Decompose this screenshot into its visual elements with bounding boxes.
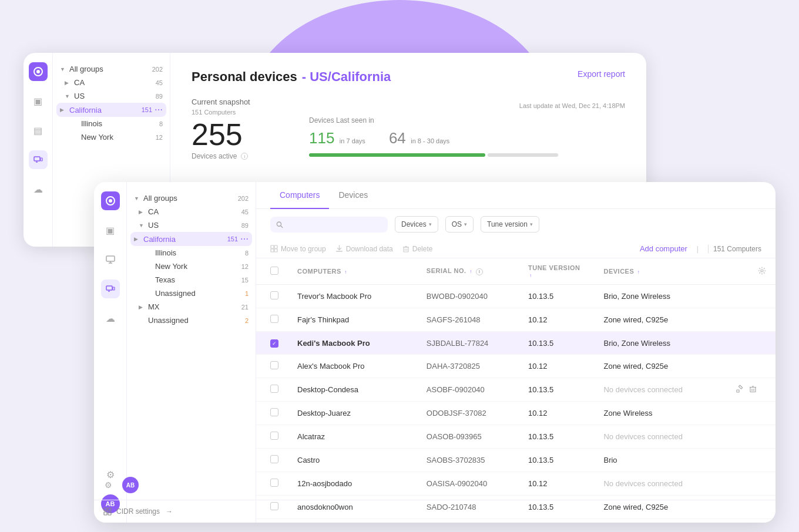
row-checkbox[interactable]: [270, 361, 278, 369]
table-row[interactable]: Desktop-JuarezODOBJSF-3708210.12Zone Wir…: [256, 402, 776, 425]
row-checkbox[interactable]: [270, 385, 278, 393]
svg-rect-2: [34, 157, 40, 161]
front-main: Computers Devices Devices ▾ OS ▾ Tune ve: [256, 182, 776, 523]
serial-number-cell: ASOBF-0902040: [417, 378, 519, 402]
table-row[interactable]: Fajr's ThinkpadSAGFS-26104810.12Zone wir…: [256, 308, 776, 332]
tab-devices[interactable]: Devices: [329, 182, 377, 209]
devices-icon-back[interactable]: [29, 150, 48, 169]
tune-version-cell: 10.13.5: [519, 285, 595, 308]
front-tree-california[interactable]: ▶ California 151 ⋯: [130, 232, 252, 246]
search-input[interactable]: [287, 220, 382, 229]
devices-icon-front[interactable]: [101, 280, 120, 298]
computer-name-cell: Desktop-Condesa: [288, 378, 417, 402]
table-row[interactable]: Trevor's Macbook ProBWOBD-090204010.13.5…: [256, 285, 776, 308]
svg-rect-30: [737, 390, 739, 392]
table-row[interactable]: ✓Kedi's Macbook ProSJBDALBL-7782410.13.5…: [256, 332, 776, 355]
tune-version-cell: 10.13.5: [519, 449, 595, 472]
table-row[interactable]: AlcatrazOASOB-09396510.13.5No devivces c…: [256, 425, 776, 449]
sort-devices-icon[interactable]: ↑: [637, 270, 640, 275]
svg-rect-21: [271, 249, 274, 252]
front-tree-texas[interactable]: ▶ Texas 15: [127, 273, 256, 287]
delete-button[interactable]: Delete: [402, 245, 433, 253]
edit-icon[interactable]: [736, 385, 744, 395]
tree-all-groups[interactable]: ▼ All groups 202: [53, 62, 170, 76]
sort-computers-icon[interactable]: ↑: [344, 270, 347, 275]
svg-point-29: [761, 270, 763, 272]
book-icon-front[interactable]: ▣: [101, 221, 120, 240]
tabs-bar: Computers Devices: [256, 182, 776, 209]
front-tree-newyork[interactable]: ▶ New York 12: [127, 260, 256, 273]
row-actions-cell: [727, 449, 776, 472]
front-tree-unassigned2[interactable]: ▶ Unassigned 2: [127, 314, 256, 327]
tree-us[interactable]: ▼ US 89: [53, 89, 170, 103]
front-sidebar-icons: ▣ ☁ ⚙ AB: [94, 182, 127, 523]
col-header-devices: DEVICES ↑: [594, 258, 727, 285]
tune-version-filter-button[interactable]: Tune version ▾: [481, 216, 539, 233]
os-filter-button[interactable]: OS ▾: [445, 216, 474, 233]
row-checkbox[interactable]: [270, 291, 278, 299]
cloud-icon[interactable]: ☁: [29, 180, 48, 198]
col-header-tune: TUNE VERSION ↑: [519, 258, 595, 285]
svg-rect-22: [274, 249, 277, 252]
serial-number-cell: ODOBJSF-37082: [417, 402, 519, 425]
front-tree-ca[interactable]: ▶ CA 45: [127, 205, 256, 218]
table-header-row: COMPUTERS ↑ SERIAL NO. ↑ i TUNE VERSION …: [256, 258, 776, 285]
front-tree-mx[interactable]: ▶ MX 21: [127, 300, 256, 314]
row-checkbox[interactable]: [270, 408, 278, 416]
row-actions-cell: [727, 285, 776, 308]
svg-line-18: [281, 225, 283, 227]
front-tree-unassigned[interactable]: ▶ Unassigned 1: [127, 287, 256, 300]
gear-icon: [758, 267, 766, 275]
row-checkbox[interactable]: [270, 315, 278, 323]
serial-number-cell: SAGFS-261048: [417, 308, 519, 332]
svg-rect-7: [106, 256, 115, 261]
export-report-button[interactable]: Export report: [578, 69, 625, 79]
computer-name-cell: Alcatraz: [288, 425, 417, 449]
devices-cell: Zone wired, C925e: [594, 355, 727, 378]
devices-cell: Zone Wireless: [594, 402, 727, 425]
row-actions-cell: [727, 332, 776, 355]
monitor-icon-front[interactable]: [101, 250, 120, 269]
tree-illinois-back[interactable]: ▶ Illinois 8: [53, 117, 170, 130]
add-computer-button[interactable]: Add computer: [640, 244, 687, 253]
tree-ca[interactable]: ▶ CA 45: [53, 76, 170, 89]
table-row[interactable]: Alex's Macbook ProDAHA-372082510.12Zone …: [256, 355, 776, 378]
table-row[interactable]: CastroSAOBS-370283510.13.5Brio: [256, 449, 776, 472]
computer-count: 151 Computers: [708, 245, 761, 253]
row-actions-cell: [727, 378, 776, 402]
tree-newyork-back[interactable]: ▶ New York 12: [53, 130, 170, 144]
row-checkbox[interactable]: [270, 432, 278, 440]
devices-cell: No devivces connected: [594, 378, 727, 402]
tune-version-cell: 10.13.5: [519, 378, 595, 402]
col-header-gear[interactable]: [727, 258, 776, 285]
tree-california-back[interactable]: ▶ California 151 ⋯: [56, 103, 166, 117]
chevron-down-icon-2: ▾: [464, 221, 467, 227]
sort-serial-icon[interactable]: ↑: [469, 269, 472, 274]
devices-filter-button[interactable]: Devices ▾: [395, 216, 438, 233]
front-tree-all-groups[interactable]: ▼ All groups 202: [127, 191, 256, 205]
download-icon: [335, 245, 343, 252]
devices-cell: Brio, Zone Wireless: [594, 285, 727, 308]
download-data-button[interactable]: Download data: [335, 245, 393, 253]
select-all-checkbox[interactable]: [270, 267, 278, 275]
big-number: 255: [192, 119, 286, 150]
sort-tune-icon[interactable]: ↑: [529, 273, 532, 278]
monitor-icon[interactable]: ▤: [29, 121, 48, 140]
row-checkbox[interactable]: [270, 455, 278, 463]
front-tree-us[interactable]: ▼ US 89: [127, 218, 256, 232]
front-tree-illinois[interactable]: ▶ Illinois 8: [127, 246, 256, 260]
row-checkbox[interactable]: ✓: [270, 339, 278, 348]
search-box[interactable]: [270, 217, 388, 233]
devices-seen-label: Devices Last seen in: [309, 116, 625, 124]
move-to-group-button[interactable]: Move to group: [270, 245, 326, 253]
devices-cell: Brio, Zone Wireless: [594, 332, 727, 355]
cloud-icon-front[interactable]: ☁: [101, 309, 120, 328]
tab-computers[interactable]: Computers: [270, 182, 329, 209]
user-avatar-sidebar[interactable]: AB: [127, 477, 139, 493]
table-row[interactable]: Desktop-CondesaASOBF-090204010.13.5No de…: [256, 378, 776, 402]
cidr-settings-bar[interactable]: CIDR settings →: [127, 500, 256, 523]
book-icon[interactable]: ▣: [29, 92, 48, 110]
delete-row-icon[interactable]: [749, 385, 757, 395]
tune-version-cell: 10.12: [519, 402, 595, 425]
chevron-down-icon: ▾: [429, 221, 432, 227]
